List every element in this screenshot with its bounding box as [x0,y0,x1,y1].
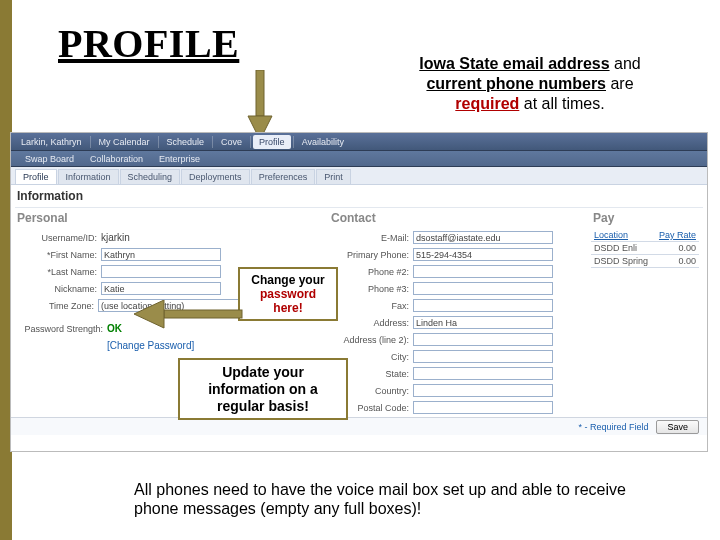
table-row: DSDD Enli 0.00 [591,242,699,255]
topbar: Larkin, Kathryn My Calendar Schedule Cov… [11,133,707,151]
state-input[interactable] [413,367,553,380]
pay-col-rate[interactable]: Pay Rate [654,229,699,242]
personal-title: Personal [17,211,68,225]
timezone-label: Time Zone: [15,301,98,311]
fax-label: Fax: [331,301,413,311]
pay-col: Location Pay Rate DSDD Enli 0.00 DSDD Sp… [591,229,701,268]
postal-input[interactable] [413,401,553,414]
phone3-label: Phone #3: [331,284,413,294]
section-title: Information [11,185,707,205]
pay-col-location[interactable]: Location [591,229,654,242]
nickname-input[interactable] [101,282,221,295]
svg-rect-0 [256,70,264,116]
secondary-swapboard[interactable]: Swap Board [17,154,82,164]
callout-change-password: Change your password here! [238,267,338,321]
req-required: required [455,95,519,112]
page-title: PROFILE [58,20,239,67]
city-input[interactable] [413,350,553,363]
primaryphone-input[interactable] [413,248,553,261]
pwd-label: Password Strength: [15,324,107,334]
username-label: Username/ID: [15,233,101,243]
phone2-input[interactable] [413,265,553,278]
pwd-status: OK [107,323,122,334]
pay-table: Location Pay Rate DSDD Enli 0.00 DSDD Sp… [591,229,699,268]
requirement-note: Iowa State email address and current pho… [400,54,660,114]
address2-input[interactable] [413,333,553,346]
phone2-label: Phone #2: [331,267,413,277]
tab-deployments[interactable]: Deployments [181,169,250,184]
topbar-item-calendar[interactable]: My Calendar [93,135,156,149]
topbar-item-user[interactable]: Larkin, Kathryn [15,135,88,149]
email-label: E-Mail: [331,233,413,243]
contact-title: Contact [331,211,376,225]
tabs: Profile Information Scheduling Deploymen… [11,167,707,185]
lastname-label: *Last Name: [15,267,101,277]
required-legend: * - Required Field [578,422,648,432]
save-button[interactable]: Save [656,420,699,434]
tab-information[interactable]: Information [58,169,119,184]
req-phone: current phone numbers [426,75,606,92]
secondary-collaboration[interactable]: Collaboration [82,154,151,164]
table-row: DSDD Spring 0.00 [591,255,699,268]
tab-print[interactable]: Print [316,169,351,184]
profile-app: Larkin, Kathryn My Calendar Schedule Cov… [10,132,708,452]
pay-title: Pay [593,211,614,225]
personal-col: Username/ID: kjarkin *First Name: *Last … [15,229,265,354]
secondary-bar: Swap Board Collaboration Enterprise [11,151,707,167]
firstname-input[interactable] [101,248,221,261]
form-area: Information Personal Contact Pay Usernam… [11,185,707,435]
lastname-input[interactable] [101,265,221,278]
address-input[interactable] [413,316,553,329]
email-input[interactable] [413,231,553,244]
address2-label: Address (line 2): [331,335,413,345]
contact-col: E-Mail: Primary Phone: Phone #2: Phone #… [331,229,591,416]
tab-preferences[interactable]: Preferences [251,169,316,184]
form-footer: * - Required Field Save [11,417,707,435]
topbar-item-availability[interactable]: Availability [296,135,350,149]
topbar-item-cove[interactable]: Cove [215,135,248,149]
firstname-label: *First Name: [15,250,101,260]
country-input[interactable] [413,384,553,397]
tab-scheduling[interactable]: Scheduling [120,169,181,184]
phone3-input[interactable] [413,282,553,295]
primaryphone-label: Primary Phone: [331,250,413,260]
nickname-label: Nickname: [15,284,101,294]
address-label: Address: [331,318,413,328]
req-email: Iowa State email address [419,55,609,72]
topbar-item-profile[interactable]: Profile [253,135,291,149]
bottom-note: All phones need to have the voice mail b… [134,480,654,518]
secondary-enterprise[interactable]: Enterprise [151,154,208,164]
topbar-item-schedule[interactable]: Schedule [161,135,211,149]
tab-profile[interactable]: Profile [15,169,57,184]
fax-input[interactable] [413,299,553,312]
change-password-link[interactable]: [Change Password] [107,340,194,351]
username-value: kjarkin [101,232,130,243]
callout-update-info: Update your information on a regular bas… [178,358,348,420]
